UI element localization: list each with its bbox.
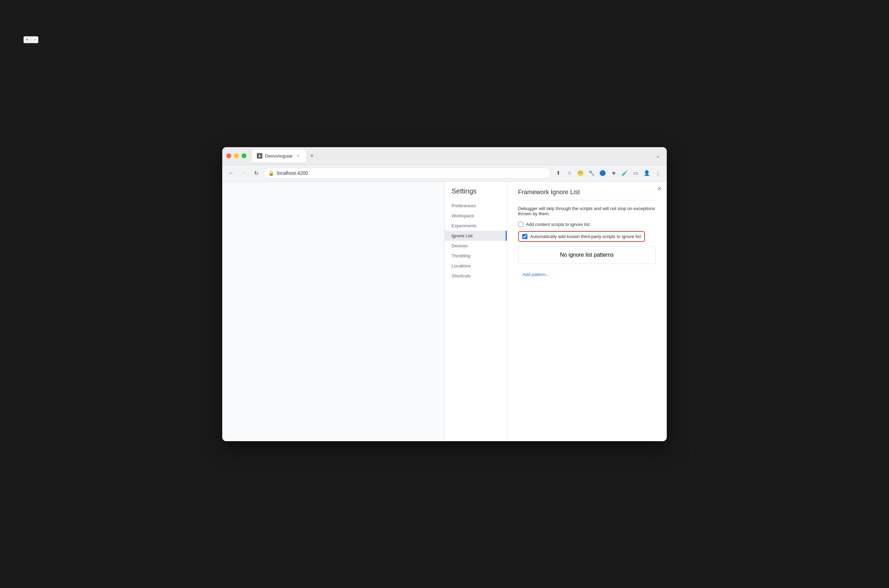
back-button[interactable]: ← — [227, 168, 236, 178]
tab-title: DemoAngular — [265, 153, 293, 159]
sidebar-item-workspace[interactable]: Workspace — [445, 211, 507, 221]
sidebar-item-preferences[interactable]: Preferences — [445, 201, 507, 211]
reload-button[interactable]: ↻ — [251, 168, 261, 178]
tab-close-button[interactable]: × — [296, 153, 301, 159]
more-menu-icon[interactable]: ⋮ — [653, 168, 662, 178]
page-content — [222, 182, 444, 441]
devtools-close-button[interactable]: × — [658, 185, 661, 192]
settings-layout: Settings Preferences Workspace Experimen… — [445, 182, 667, 441]
devtools-panel: × Settings Preferences Workspace Experim… — [444, 182, 667, 441]
settings-sidebar: Settings Preferences Workspace Experimen… — [445, 182, 507, 441]
address-icon: 🔒 — [268, 170, 274, 176]
sidebar-item-locations[interactable]: Locations — [445, 261, 507, 271]
add-content-scripts-label[interactable]: Add content scripts to ignore list — [526, 222, 590, 227]
extension5-icon[interactable]: 🧪 — [620, 168, 629, 178]
address-text: localhost:4200 — [277, 170, 308, 176]
auto-add-third-party-label[interactable]: Automatically add known third-party scri… — [530, 234, 641, 239]
patterns-empty-text: No ignore list patterns — [560, 252, 614, 258]
maximize-button[interactable] — [242, 153, 246, 158]
tab-favicon: A — [257, 153, 262, 159]
chrome-menu-button[interactable]: ⌄ — [653, 151, 662, 160]
traffic-lights — [227, 153, 246, 158]
checkbox2-highlighted-row: Automatically add known third-party scri… — [518, 231, 645, 242]
add-content-scripts-checkbox[interactable] — [518, 222, 523, 227]
extension1-icon[interactable]: 😶 — [575, 168, 585, 178]
sidebar-item-experiments[interactable]: Experiments — [445, 221, 507, 231]
profile-icon[interactable]: 👤 — [642, 168, 652, 178]
sidebar-icon[interactable]: ▭ — [631, 168, 640, 178]
extension4-icon[interactable]: ★ — [609, 168, 618, 178]
browser-content: + | − × Settings Preferences Workspace E… — [222, 182, 667, 441]
tab-bar: A DemoAngular × + — [252, 150, 653, 162]
sidebar-item-throttling[interactable]: Throttling — [445, 251, 507, 261]
add-pattern-button[interactable]: Add pattern... — [518, 270, 554, 279]
section-description: Debugger will skip through the scripts a… — [518, 206, 656, 216]
close-button[interactable] — [227, 153, 231, 158]
nav-actions: ⬆ ☆ 😶 🔧 🔵 ★ 🧪 ▭ 👤 ⋮ — [553, 168, 662, 178]
checkbox1-row: Add content scripts to ignore list — [518, 222, 656, 227]
browser-titlebar: A DemoAngular × + ⌄ — [222, 147, 667, 165]
browser-navbar: ← → ↻ 🔒 localhost:4200 ⬆ ☆ 😶 🔧 🔵 ★ 🧪 ▭ 👤… — [222, 165, 667, 182]
section-title: Framework Ignore List — [518, 189, 656, 196]
auto-add-third-party-checkbox[interactable] — [522, 234, 527, 239]
share-icon[interactable]: ⬆ — [553, 168, 563, 178]
sidebar-item-devices[interactable]: Devices — [445, 241, 507, 251]
extension3-icon[interactable]: 🔵 — [598, 168, 607, 178]
active-tab[interactable]: A DemoAngular × — [252, 150, 306, 162]
patterns-box: No ignore list patterns — [518, 246, 656, 264]
settings-title: Settings — [445, 187, 507, 201]
sidebar-item-ignore-list[interactable]: Ignore List — [445, 231, 507, 241]
sidebar-item-shortcuts[interactable]: Shortcuts — [445, 271, 507, 281]
bookmark-icon[interactable]: ☆ — [565, 168, 574, 178]
address-bar[interactable]: 🔒 localhost:4200 — [264, 168, 551, 178]
settings-content: Framework Ignore List Debugger will skip… — [507, 182, 667, 441]
new-tab-button[interactable]: + — [307, 151, 317, 160]
section-divider — [518, 200, 656, 200]
minimize-button[interactable] — [234, 153, 239, 158]
forward-button[interactable]: → — [239, 168, 249, 178]
extension2-icon[interactable]: 🔧 — [587, 168, 596, 178]
